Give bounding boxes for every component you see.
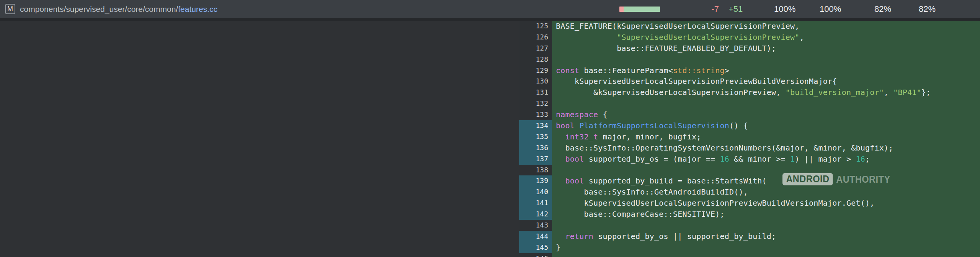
code-line[interactable]: base::CompareCase::SENSITIVE); [552, 209, 980, 220]
stat-percent-1: 100% [774, 0, 795, 18]
code-line[interactable]: base::SysInfo::GetAndroidBuildID(), [552, 187, 980, 198]
code-token: &kSupervisedUserLocalSupervisionPreview, [556, 88, 786, 97]
line-number[interactable]: 136 [519, 142, 552, 154]
line-number[interactable]: 146 [519, 253, 552, 257]
stat-percent-3: 82% [866, 0, 891, 18]
diff-row: 137 bool supported_by_os = (major == 16 … [519, 154, 980, 165]
diff-row: 126 "SupervisedUserLocalSupervisionPrevi… [519, 32, 980, 43]
diff-row: 143 [519, 220, 980, 231]
code-rows: 125BASE_FEATURE(kSupervisedUserLocalSupe… [519, 21, 980, 257]
code-line[interactable] [552, 98, 980, 109]
code-line[interactable]: return supported_by_os || supported_by_b… [552, 231, 980, 242]
code-token: "BP41" [893, 88, 921, 97]
line-number[interactable]: 138 [519, 165, 552, 176]
code-line[interactable]: kSupervisedUserLocalSupervisionPreviewBu… [552, 198, 980, 209]
line-number[interactable]: 144 [519, 231, 552, 242]
code-line[interactable]: base::FEATURE_ENABLED_BY_DEFAULT); [552, 43, 980, 54]
line-number[interactable]: 131 [519, 87, 552, 98]
diff-row: 146 [519, 253, 980, 257]
code-line[interactable] [552, 54, 980, 65]
code-line[interactable]: } [552, 242, 980, 253]
watermark-authority-label: AUTHORITY [836, 174, 890, 185]
diff-left-pane-empty [0, 21, 519, 257]
diff-bar-added [624, 7, 660, 12]
code-token [556, 176, 565, 185]
file-header: M components/supervised_user/core/common… [0, 0, 980, 18]
code-token: bool [565, 176, 584, 185]
code-line[interactable] [552, 253, 980, 257]
code-line[interactable]: BASE_FEATURE(kSupervisedUserLocalSupervi… [552, 21, 980, 32]
code-token [575, 121, 579, 130]
diff-bar-deleted [619, 7, 624, 12]
code-token: base::SysInfo::OperatingSystemVersionNum… [556, 143, 893, 152]
code-token: bool [565, 154, 584, 164]
code-line[interactable]: base::SysInfo::OperatingSystemVersionNum… [552, 142, 980, 154]
code-token: ) || major > [795, 154, 856, 164]
code-line[interactable]: "SupervisedUserLocalSupervisionPreview", [552, 32, 980, 43]
code-line[interactable]: int32_t major, minor, bugfix; [552, 131, 980, 142]
code-token: && minor >= [729, 154, 790, 164]
diff-row: 127 base::FEATURE_ENABLED_BY_DEFAULT); [519, 43, 980, 54]
line-number[interactable]: 140 [519, 187, 552, 198]
line-number[interactable]: 139 [519, 175, 552, 187]
code-line[interactable]: bool PlatformSupportsLocalSupervision() … [552, 120, 980, 131]
diff-row: 131 &kSupervisedUserLocalSupervisionPrev… [519, 87, 980, 98]
line-number[interactable]: 128 [519, 54, 552, 65]
line-number[interactable]: 134 [519, 120, 552, 131]
code-line[interactable]: kSupervisedUserLocalSupervisionPreviewBu… [552, 76, 980, 87]
diff-row: 140 base::SysInfo::GetAndroidBuildID(), [519, 187, 980, 198]
watermark-android-label: ANDROID [782, 173, 833, 185]
stat-percent-4: 82% [910, 0, 936, 18]
diff-row: 141 kSupervisedUserLocalSupervisionPrevi… [519, 198, 980, 209]
line-number[interactable]: 143 [519, 220, 552, 231]
diff-row: 135 int32_t major, minor, bugfix; [519, 131, 980, 142]
diff-row: 128 [519, 54, 980, 65]
diff-row: 129const base::FeatureParam<std::string> [519, 65, 980, 76]
code-token: BASE_FEATURE(kSupervisedUserLocalSupervi… [556, 21, 800, 31]
code-line[interactable] [552, 220, 980, 231]
code-line[interactable]: const base::FeatureParam<std::string> [552, 65, 980, 76]
line-number[interactable]: 127 [519, 43, 552, 54]
code-line[interactable]: bool supported_by_os = (major == 16 && m… [552, 154, 980, 165]
code-token: supported_by_os || supported_by_build; [593, 232, 776, 241]
code-token: std::string [673, 66, 725, 75]
code-line[interactable]: bool supported_by_build = base::StartsWi… [552, 175, 980, 187]
diff-ratio-bar [619, 7, 660, 12]
diff-row: 138 [519, 165, 980, 176]
line-number[interactable]: 135 [519, 131, 552, 142]
diff-row: 125BASE_FEATURE(kSupervisedUserLocalSupe… [519, 21, 980, 32]
code-line[interactable]: &kSupervisedUserLocalSupervisionPreview,… [552, 87, 980, 98]
diff-view: 125BASE_FEATURE(kSupervisedUserLocalSupe… [0, 21, 980, 257]
line-number[interactable]: 126 [519, 32, 552, 43]
line-number[interactable]: 129 [519, 65, 552, 76]
diff-right-pane: 125BASE_FEATURE(kSupervisedUserLocalSupe… [519, 21, 980, 257]
code-token: bool [556, 121, 575, 130]
diff-row: 134bool PlatformSupportsLocalSupervision… [519, 120, 980, 131]
code-line[interactable]: namespace { [552, 109, 980, 120]
header-divider [0, 18, 980, 21]
code-token: }; [921, 88, 931, 97]
diff-row: 145} [519, 242, 980, 253]
line-number[interactable]: 133 [519, 109, 552, 120]
line-number[interactable]: 132 [519, 98, 552, 109]
line-number[interactable]: 130 [519, 76, 552, 87]
file-path[interactable]: components/supervised_user/core/common/f… [20, 0, 217, 18]
code-token: kSupervisedUserLocalSupervisionPreviewBu… [556, 77, 837, 86]
deletions-count: -7 [699, 0, 719, 18]
line-number[interactable]: 141 [519, 198, 552, 209]
code-token: const [556, 66, 579, 75]
line-number[interactable]: 125 [519, 21, 552, 32]
line-number[interactable]: 137 [519, 154, 552, 165]
code-token [556, 154, 565, 164]
code-token: } [556, 243, 560, 252]
file-status-badge: M [5, 4, 15, 14]
code-token: 16 [720, 154, 729, 164]
line-number[interactable]: 142 [519, 209, 552, 220]
code-line[interactable] [552, 165, 980, 176]
diff-row: 139 bool supported_by_build = base::Star… [519, 175, 980, 187]
diff-row: 130 kSupervisedUserLocalSupervisionPrevi… [519, 76, 980, 87]
code-token: kSupervisedUserLocalSupervisionPreviewBu… [556, 198, 874, 208]
code-token: > [725, 66, 729, 75]
line-number[interactable]: 145 [519, 242, 552, 253]
android-authority-watermark: ANDROID AUTHORITY [782, 173, 890, 185]
